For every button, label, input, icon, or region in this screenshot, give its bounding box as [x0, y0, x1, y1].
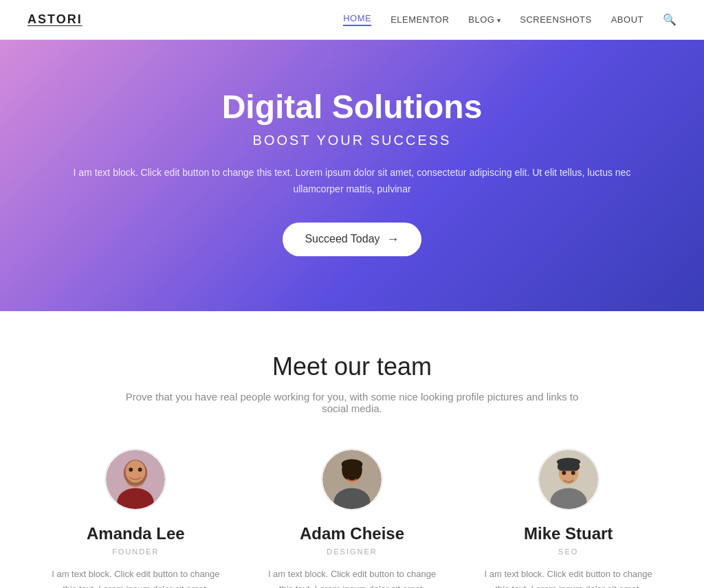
- team-name-mike: Mike Stuart: [481, 524, 656, 543]
- svg-point-5: [138, 467, 142, 471]
- team-card-mike: Mike Stuart SEO I am text block. Click e…: [460, 449, 676, 588]
- avatar-mike: [538, 449, 600, 510]
- nav-about[interactable]: ABOUT: [611, 14, 644, 25]
- team-card-amanda: Amanda Lee FOUNDER I am text block. Clic…: [28, 449, 244, 588]
- team-heading: Meet our team: [28, 352, 676, 381]
- nav-home[interactable]: HOME: [343, 13, 371, 26]
- team-subtitle: Prove that you have real people working …: [111, 391, 593, 414]
- hero-cta-label: Succeed Today: [305, 233, 380, 245]
- svg-point-10: [355, 470, 359, 474]
- team-desc-amanda: I am text block. Click edit button to ch…: [48, 567, 223, 588]
- team-desc-mike: I am text block. Click edit button to ch…: [481, 567, 656, 588]
- team-section: Meet our team Prove that you have real p…: [0, 311, 704, 588]
- site-logo[interactable]: ASTORI: [28, 12, 82, 27]
- search-icon[interactable]: 🔍: [663, 13, 676, 26]
- svg-point-18: [571, 471, 575, 475]
- team-name-adam: Adam Cheise: [265, 524, 440, 543]
- avatar-amanda: [104, 449, 166, 510]
- team-role-mike: SEO: [481, 547, 656, 556]
- nav-links: HOME ELEMENTOR BLOG SCREENSHOTS ABOUT 🔍: [343, 13, 676, 26]
- svg-point-16: [556, 457, 580, 465]
- svg-point-9: [345, 470, 349, 474]
- hero-title: Digital Solutions: [28, 88, 676, 126]
- hero-cta-arrow: →: [387, 232, 399, 247]
- avatar-adam: [321, 449, 383, 510]
- hero-body: I am text block. Click edit button to ch…: [56, 165, 648, 198]
- svg-point-11: [342, 459, 363, 469]
- navbar: ASTORI HOME ELEMENTOR BLOG SCREENSHOTS A…: [0, 0, 704, 40]
- nav-elementor[interactable]: ELEMENTOR: [390, 14, 449, 25]
- team-name-amanda: Amanda Lee: [48, 524, 223, 543]
- svg-point-17: [562, 471, 566, 475]
- hero-cta-button[interactable]: Succeed Today →: [283, 223, 421, 256]
- nav-screenshots[interactable]: SCREENSHOTS: [520, 14, 591, 25]
- team-grid: Amanda Lee FOUNDER I am text block. Clic…: [28, 449, 676, 588]
- team-desc-adam: I am text block. Click edit button to ch…: [265, 567, 440, 588]
- hero-subtitle: BOOST YOUR SUCCESS: [28, 133, 676, 148]
- team-card-adam: Adam Cheise DESIGNER I am text block. Cl…: [244, 449, 461, 588]
- team-role-amanda: FOUNDER: [48, 547, 223, 556]
- team-role-adam: DESIGNER: [265, 547, 440, 556]
- nav-blog[interactable]: BLOG: [468, 14, 500, 25]
- hero-section: Digital Solutions BOOST YOUR SUCCESS I a…: [0, 40, 704, 311]
- svg-point-4: [129, 467, 133, 471]
